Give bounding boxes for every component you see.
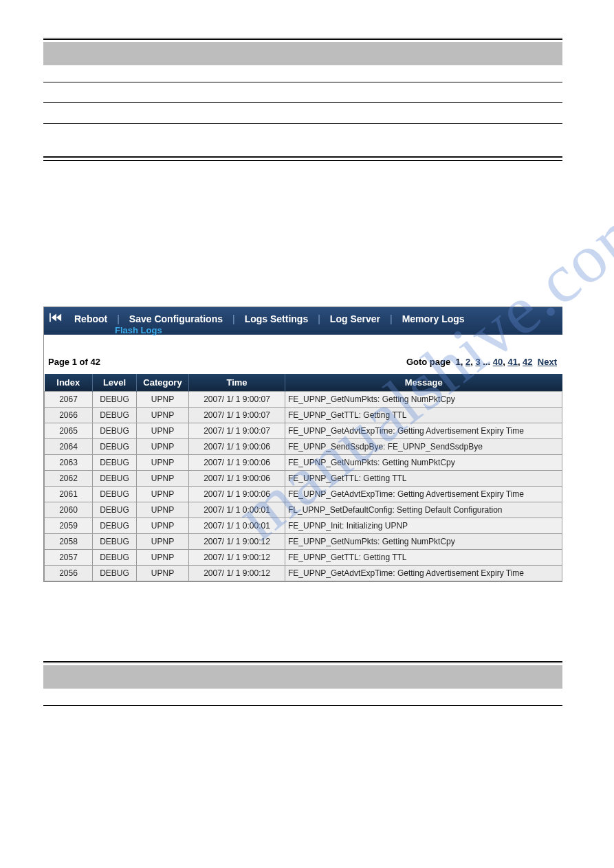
page-link-40[interactable]: 40 — [493, 357, 503, 367]
menu-logs-settings[interactable]: Logs Settings — [242, 313, 311, 324]
menu-log-server[interactable]: Log Server — [327, 313, 383, 324]
table-row: 2059DEBUGUPNP2007/ 1/ 1 0:00:01 FE_UPNP_… — [45, 518, 562, 534]
cell-category: UPNP — [137, 439, 189, 455]
svg-rect-0 — [50, 313, 51, 322]
cell-index: 2067 — [45, 392, 93, 408]
ellipsis: ... — [483, 357, 490, 367]
cell-level: DEBUG — [93, 502, 137, 518]
cell-message: FE_UPNP_GetNumPkts: Getting NumPktCpy — [285, 534, 562, 550]
cell-index: 2058 — [45, 534, 93, 550]
rewind-icon[interactable] — [50, 311, 62, 322]
cell-category: UPNP — [137, 455, 189, 471]
cell-index: 2064 — [45, 439, 93, 455]
gray-bar — [43, 42, 562, 65]
cell-message: FE_UPNP_GetAdvtExpTime: Getting Advertis… — [285, 423, 562, 439]
cell-level: DEBUG — [93, 518, 137, 534]
cell-message: FE_UPNP_GetNumPkts: Getting NumPktCpy — [285, 392, 562, 408]
cell-category: UPNP — [137, 550, 189, 566]
svg-marker-1 — [52, 314, 56, 322]
table-row: 2058DEBUGUPNP2007/ 1/ 1 9:00:12 FE_UPNP_… — [45, 534, 562, 550]
cell-category: UPNP — [137, 392, 189, 408]
th-category: Category — [137, 374, 189, 392]
table-row: 2067DEBUGUPNP2007/ 1/ 1 9:00:07 FE_UPNP_… — [45, 392, 562, 408]
blank-row — [43, 705, 562, 706]
table-row: 2064DEBUGUPNP2007/ 1/ 1 9:00:06 FE_UPNP_… — [45, 439, 562, 455]
cell-index: 2062 — [45, 471, 93, 487]
menu-separator: | — [311, 313, 327, 324]
page-current: 1 — [455, 357, 460, 367]
cell-category: UPNP — [137, 408, 189, 423]
cell-index: 2061 — [45, 487, 93, 502]
cell-index: 2065 — [45, 423, 93, 439]
cell-message: FE_UPNP_SendSsdpBye: FE_UPNP_SendSsdpBye — [285, 439, 562, 455]
log-table: Index Level Category Time Message 2067DE… — [44, 374, 562, 581]
cell-message: FE_UPNP_GetTTL: Getting TTL — [285, 408, 562, 423]
menu-save-configurations[interactable]: Save Configurations — [127, 313, 226, 324]
svg-marker-2 — [56, 314, 61, 322]
cell-time: 2007/ 1/ 1 9:00:07 — [189, 423, 285, 439]
cell-time: 2007/ 1/ 1 9:00:06 — [189, 487, 285, 502]
table-row: 2066DEBUGUPNP2007/ 1/ 1 9:00:07 FE_UPNP_… — [45, 408, 562, 423]
cell-category: UPNP — [137, 423, 189, 439]
cell-message: FL_UPNP_SetDefaultConfig: Setting Defaul… — [285, 502, 562, 518]
table-row: 2061DEBUGUPNP2007/ 1/ 1 9:00:06 FE_UPNP_… — [45, 487, 562, 502]
cell-level: DEBUG — [93, 392, 137, 408]
cell-level: DEBUG — [93, 550, 137, 566]
gray-bar — [43, 665, 562, 689]
cell-category: UPNP — [137, 534, 189, 550]
blank-row — [43, 123, 562, 156]
cell-time: 2007/ 1/ 1 9:00:12 — [189, 566, 285, 581]
cell-time: 2007/ 1/ 1 9:00:12 — [189, 550, 285, 566]
th-index: Index — [45, 374, 93, 392]
pager-row: Page 1 of 42 Goto page 1, 2, 3 ... 40, 4… — [44, 335, 562, 374]
page-link-42[interactable]: 42 — [523, 357, 532, 367]
menu-separator: | — [226, 313, 242, 324]
cell-time: 2007/ 1/ 1 9:00:07 — [189, 392, 285, 408]
th-message: Message — [285, 374, 562, 392]
cell-time: 2007/ 1/ 1 9:00:06 — [189, 439, 285, 455]
cell-level: DEBUG — [93, 423, 137, 439]
cell-time: 2007/ 1/ 1 0:00:01 — [189, 502, 285, 518]
cell-category: UPNP — [137, 566, 189, 581]
table-row: 2065DEBUGUPNP2007/ 1/ 1 9:00:07 FE_UPNP_… — [45, 423, 562, 439]
cell-time: 2007/ 1/ 1 9:00:06 — [189, 455, 285, 471]
cell-index: 2060 — [45, 502, 93, 518]
menu-memory-logs[interactable]: Memory Logs — [399, 313, 468, 324]
page-link-3[interactable]: 3 — [475, 357, 480, 367]
cell-time: 2007/ 1/ 1 9:00:07 — [189, 408, 285, 423]
menu-separator: | — [383, 313, 399, 324]
cell-level: DEBUG — [93, 487, 137, 502]
goto-page: Goto page 1, 2, 3 ... 40, 41, 42 Next — [406, 357, 557, 367]
goto-label: Goto page — [406, 357, 450, 367]
menu-reboot[interactable]: Reboot — [72, 313, 110, 324]
section-box-bottom — [43, 661, 562, 706]
table-row: 2062DEBUGUPNP2007/ 1/ 1 9:00:06 FE_UPNP_… — [45, 471, 562, 487]
cell-message: FE_UPNP_GetAdvtExpTime: Getting Advertis… — [285, 487, 562, 502]
page-link-2[interactable]: 2 — [465, 357, 470, 367]
page-indicator: Page 1 of 42 — [48, 357, 100, 367]
table-row: 2056DEBUGUPNP2007/ 1/ 1 9:00:12 FE_UPNP_… — [45, 566, 562, 581]
table-row: 2063DEBUGUPNP2007/ 1/ 1 9:00:06 FE_UPNP_… — [45, 455, 562, 471]
page-next[interactable]: Next — [538, 357, 557, 367]
cell-category: UPNP — [137, 471, 189, 487]
th-time: Time — [189, 374, 285, 392]
page-link-41[interactable]: 41 — [507, 357, 517, 367]
section-box-top — [43, 38, 562, 161]
table-row: 2060DEBUGUPNP2007/ 1/ 1 0:00:01 FL_UPNP_… — [45, 502, 562, 518]
log-panel: Reboot | Save Configurations | Logs Sett… — [43, 307, 562, 582]
cell-level: DEBUG — [93, 566, 137, 581]
cell-message: FE_UPNP_GetTTL: Getting TTL — [285, 550, 562, 566]
cell-index: 2059 — [45, 518, 93, 534]
cell-index: 2066 — [45, 408, 93, 423]
menu-separator: | — [110, 313, 127, 324]
flash-logs-label[interactable]: Flash Logs — [115, 325, 162, 335]
cell-time: 2007/ 1/ 1 9:00:12 — [189, 534, 285, 550]
menu-bar: Reboot | Save Configurations | Logs Sett… — [44, 307, 562, 335]
cell-level: DEBUG — [93, 439, 137, 455]
cell-category: UPNP — [137, 487, 189, 502]
blank-row — [43, 102, 562, 123]
cell-index: 2056 — [45, 566, 93, 581]
cell-message: FE_UPNP_Init: Initializing UPNP — [285, 518, 562, 534]
cell-category: UPNP — [137, 518, 189, 534]
cell-message: FE_UPNP_GetTTL: Getting TTL — [285, 471, 562, 487]
